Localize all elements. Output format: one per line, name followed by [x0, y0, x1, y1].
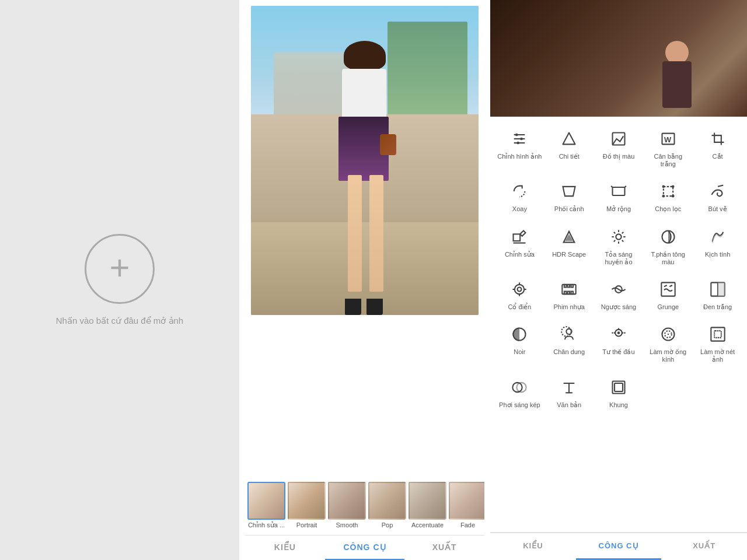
phoi-canh-icon	[557, 180, 581, 203]
tool-label-xoay: Xoay	[512, 205, 527, 213]
tool-grunge[interactable]: Grunge	[643, 273, 693, 316]
tool-xoay[interactable]: Xoay	[495, 175, 544, 218]
svg-marker-6	[563, 133, 575, 145]
svg-rect-66	[714, 331, 721, 338]
svg-point-17	[662, 195, 665, 198]
center-nav-côngcụ[interactable]: CÔNG CỤ	[325, 536, 405, 560]
den-trang-icon	[706, 278, 729, 301]
tool-label-hdr-scape: HDR Scape	[552, 251, 586, 258]
tool-mo-rong[interactable]: Mở rộng	[594, 175, 644, 218]
tool-chinh-hinh-anh[interactable]: Chỉnh hình ảnh	[495, 123, 544, 173]
center-nav-xuất[interactable]: XUẤT	[404, 536, 484, 560]
svg-rect-14	[664, 187, 673, 196]
plus-icon: +	[109, 250, 130, 285]
thumbnail-label-5: Fade	[460, 522, 475, 528]
phoi-sang-kep-icon	[508, 376, 531, 399]
svg-line-50	[664, 285, 667, 286]
thumbnail-item-0[interactable]: Chỉnh sửa ...	[247, 482, 285, 529]
svg-line-12	[611, 186, 612, 187]
grunge-icon	[657, 278, 680, 301]
thumbnail-item-1[interactable]: Portrait	[288, 482, 326, 529]
van-ban-icon	[557, 376, 581, 399]
tool-label-chi-tiet: Chi tiết	[559, 153, 580, 160]
tool-label-van-ban: Văn bản	[557, 401, 581, 409]
thumbnail-strip: Chỉnh sửa ...PortraitSmoothPopAccentuate…	[245, 477, 484, 531]
thumbnail-item-4[interactable]: Accentuate	[409, 482, 446, 529]
thumbnail-item-2[interactable]: Smooth	[328, 482, 366, 529]
tool-co-dien[interactable]: Cổ điển	[495, 273, 544, 316]
tool-van-ban[interactable]: Văn bản	[544, 371, 594, 414]
tool-den-trang[interactable]: Đen trắng	[693, 273, 742, 316]
right-nav-xuất[interactable]: XUẤT	[661, 533, 747, 560]
open-photo-text: Nhấn vào bất cứ đâu để mở ảnh	[56, 316, 183, 326]
khung-icon	[607, 376, 630, 399]
svg-rect-45	[564, 291, 567, 294]
cat-icon	[706, 127, 729, 150]
tool-khung[interactable]: Khung	[594, 371, 644, 414]
thumbnail-image-5	[449, 482, 484, 520]
tool-label-chinh-sua: Chỉnh sửa	[505, 251, 535, 258]
svg-point-15	[662, 186, 665, 188]
tool-kich-tinh[interactable]: Kịch tính	[693, 220, 742, 271]
right-nav-kiểu[interactable]: KIỂU	[490, 533, 576, 560]
co-dien-icon	[508, 278, 531, 301]
tool-tphan-tong-mau[interactable]: T.phần tông màu	[643, 220, 693, 271]
svg-rect-43	[568, 285, 570, 288]
tool-chinh-sua[interactable]: Chỉnh sửa	[495, 220, 544, 271]
svg-line-51	[669, 285, 672, 286]
tool-label-grunge: Grunge	[657, 303, 679, 311]
tool-chi-tiet[interactable]: Chi tiết	[544, 123, 594, 173]
tool-label-nguoc-sang: Ngược sáng	[601, 303, 636, 311]
thumbnail-item-5[interactable]: Fade	[449, 482, 484, 529]
tool-phim-nhua[interactable]: Phim nhựa	[544, 273, 594, 316]
chan-dung-icon	[557, 323, 581, 346]
tool-label-noir: Noir	[514, 348, 525, 356]
tool-hdr-scape[interactable]: HDR Scape	[544, 220, 594, 271]
add-photo-button[interactable]: +	[85, 234, 155, 304]
tool-label-cat: Cắt	[713, 153, 723, 160]
tool-cat[interactable]: Cắt	[693, 123, 742, 173]
tools-grid: Chỉnh hình ảnhChi tiếtĐồ thị màuWCân bằn…	[490, 117, 747, 532]
svg-line-30	[614, 232, 615, 233]
tool-nguoc-sang[interactable]: Ngược sáng	[594, 273, 644, 316]
tool-toa-sang-huyen-ao[interactable]: Tỏa sáng huyền ảo	[594, 220, 644, 271]
thumbnail-item-3[interactable]: Pop	[368, 482, 406, 529]
nguoc-sang-icon	[607, 278, 630, 301]
svg-rect-65	[711, 327, 724, 341]
tool-do-thi-mau[interactable]: Đồ thị màu	[594, 123, 644, 173]
svg-line-13	[624, 186, 626, 187]
tool-noir[interactable]: Noir	[495, 318, 544, 368]
svg-line-33	[614, 240, 615, 241]
svg-point-64	[668, 334, 669, 335]
tool-label-mo-rong: Mở rộng	[606, 205, 631, 213]
svg-point-25	[616, 234, 621, 239]
tool-tu-the-dau[interactable]: Tư thế đầu	[594, 318, 644, 368]
kich-tinh-icon	[706, 225, 729, 249]
thumbnail-label-1: Portrait	[296, 522, 317, 528]
tool-label-co-dien: Cổ điển	[508, 303, 532, 311]
thumbnail-label-4: Accentuate	[411, 522, 444, 528]
tool-lam-mo-net-anh[interactable]: Làm mờ nét ảnh	[693, 318, 742, 368]
svg-rect-73	[615, 383, 623, 391]
phim-nhua-icon	[557, 278, 581, 301]
right-panel: Chỉnh hình ảnhChi tiếtĐồ thị màuWCân bằn…	[490, 0, 747, 560]
center-nav-kiểu[interactable]: KIỂU	[245, 536, 325, 560]
chon-loc-icon	[657, 180, 680, 203]
tool-can-bang-trang[interactable]: WCân bằng trắng	[643, 123, 693, 173]
tool-phoi-canh[interactable]: Phối cảnh	[544, 175, 594, 218]
center-bottom-nav: KIỂUCÔNG CỤXUẤT	[245, 535, 484, 560]
tool-lam-mo-ong-kinh[interactable]: Làm mờ ống kính	[643, 318, 693, 368]
tool-phoi-sang-kep[interactable]: Phơi sáng kép	[495, 371, 544, 414]
tu-the-dau-icon	[607, 323, 630, 346]
chinh-hinh-anh-icon	[508, 127, 531, 150]
thumbnail-image-1	[288, 482, 326, 520]
tool-but-ve[interactable]: Bút vẽ	[693, 175, 742, 218]
right-nav-côngcụ[interactable]: CÔNG CỤ	[576, 533, 662, 560]
tool-chan-dung[interactable]: Chân dung	[544, 318, 594, 368]
lam-mo-ong-kinh-icon	[657, 323, 680, 346]
svg-rect-42	[564, 285, 567, 288]
tool-label-phim-nhua: Phim nhựa	[553, 303, 584, 311]
chi-tiet-icon	[557, 127, 581, 150]
tool-chon-loc[interactable]: Chọn lọc	[643, 175, 693, 218]
mo-rong-icon	[607, 180, 630, 203]
